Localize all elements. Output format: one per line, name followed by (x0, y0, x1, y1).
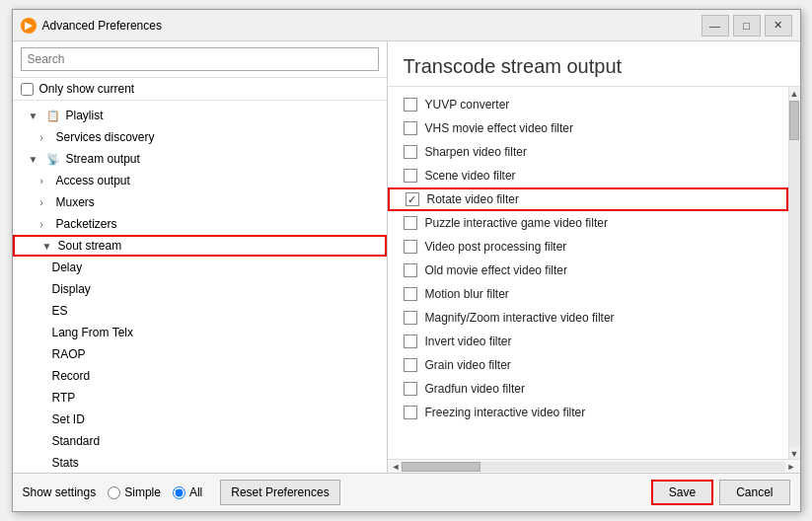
tree-item-standard[interactable]: Standard (13, 430, 387, 452)
scroll-up-arrow[interactable]: ▲ (790, 89, 799, 99)
radio-simple-label: Simple (124, 485, 161, 499)
cancel-button[interactable]: Cancel (719, 480, 789, 505)
tree-item-stream-output[interactable]: ▼ 📡 Stream output (13, 148, 387, 170)
search-input[interactable] (21, 47, 379, 71)
tree-item-sout-stream[interactable]: ▼ Sout stream (13, 235, 387, 257)
checkbox-freezing[interactable] (404, 406, 417, 419)
radio-all-input[interactable] (173, 486, 185, 499)
checkbox-old-movie[interactable] (404, 263, 417, 277)
option-row-old-movie[interactable]: Old movie effect video filter (388, 259, 788, 282)
close-button[interactable]: ✕ (765, 15, 792, 37)
tree-item-playlist[interactable]: ▼ 📋 Playlist (13, 105, 387, 126)
tree-label-sout: Sout stream (58, 239, 122, 253)
reset-preferences-button[interactable]: Reset Preferences (220, 480, 339, 505)
option-row-rotate[interactable]: Rotate video filter (388, 187, 788, 211)
tree-item-packetizers[interactable]: › Packetizers (13, 213, 387, 235)
right-scrollbar[interactable]: ▲ ▼ (788, 87, 800, 459)
tree-label-raop: RAOP (52, 347, 86, 361)
radio-group: Simple All (108, 485, 202, 499)
tree-item-raop[interactable]: RAOP (13, 343, 387, 365)
tree-item-lang-from-telx[interactable]: Lang From Telx (13, 322, 387, 343)
checkbox-vpp[interactable] (404, 240, 417, 254)
window-controls: — □ ✕ (701, 15, 792, 37)
save-button[interactable]: Save (651, 480, 713, 505)
option-row-gradfun[interactable]: Gradfun video filter (388, 377, 788, 401)
title-bar: ▶ Advanced Preferences — □ ✕ (13, 10, 800, 41)
tree-item-record[interactable]: Record (13, 365, 387, 387)
tree-item-es[interactable]: ES (13, 300, 387, 322)
scroll-left-arrow[interactable]: ◄ (392, 462, 401, 472)
option-label-vhs: VHS movie effect video filter (425, 121, 574, 135)
expand-icon-stream: ▼ (29, 154, 44, 165)
tree-item-rtp[interactable]: RTP (13, 387, 387, 409)
show-settings-group: Show settings Simple All Reset Preferenc… (23, 480, 340, 505)
option-row-magnify[interactable]: Magnify/Zoom interactive video filter (388, 306, 788, 330)
option-row-invert[interactable]: Invert video filter (388, 330, 788, 353)
checkbox-grain[interactable] (404, 358, 417, 372)
expand-icon-access: › (40, 176, 56, 186)
option-label-freezing: Freezing interactive video filter (425, 406, 586, 419)
option-row-freezing[interactable]: Freezing interactive video filter (388, 401, 788, 424)
tree-item-stats[interactable]: Stats (13, 452, 387, 473)
only-show-current-checkbox[interactable] (21, 83, 34, 96)
radio-all[interactable]: All (173, 485, 202, 499)
tree-area[interactable]: ▼ 📋 Playlist › Services discovery ▼ 📡 St… (13, 101, 387, 473)
tree-item-display[interactable]: Display (13, 278, 387, 300)
scroll-right-arrow[interactable]: ► (787, 462, 796, 472)
option-label-sharpen: Sharpen video filter (425, 145, 527, 159)
option-row-sharpen[interactable]: Sharpen video filter (388, 140, 788, 164)
option-row-vhs[interactable]: VHS movie effect video filter (388, 116, 788, 140)
option-label-gradfun: Gradfun video filter (425, 382, 525, 396)
options-area: YUVP converter VHS movie effect video fi… (388, 87, 788, 459)
option-label-yuvp: YUVP converter (425, 98, 510, 112)
scroll-down-arrow[interactable]: ▼ (790, 449, 799, 459)
checkbox-magnify[interactable] (404, 311, 417, 325)
right-buttons: Save Cancel (651, 480, 790, 505)
radio-all-label: All (189, 485, 202, 499)
minimize-button[interactable]: — (701, 15, 729, 37)
checkbox-puzzle[interactable] (404, 216, 417, 230)
option-row-vpp[interactable]: Video post processing filter (388, 235, 788, 259)
tree-item-muxers[interactable]: › Muxers (13, 191, 387, 213)
option-row-yuvp[interactable]: YUVP converter (388, 93, 788, 116)
maximize-button[interactable]: □ (733, 15, 761, 37)
option-label-grain: Grain video filter (425, 358, 511, 372)
scroll-thumb[interactable] (789, 101, 799, 140)
checkbox-rotate[interactable] (406, 192, 419, 206)
horizontal-scrollbar[interactable]: ◄ ► (388, 459, 800, 473)
left-panel: Only show current ▼ 📋 Playlist › Service… (13, 41, 388, 473)
main-window: ▶ Advanced Preferences — □ ✕ Only show c… (12, 9, 801, 512)
option-row-scene[interactable]: Scene video filter (388, 164, 788, 187)
checkbox-invert[interactable] (404, 335, 417, 348)
checkbox-motion-blur[interactable] (404, 287, 417, 301)
tree-item-services-discovery[interactable]: › Services discovery (13, 126, 387, 148)
checkbox-vhs[interactable] (404, 121, 417, 135)
checkbox-yuvp[interactable] (404, 98, 417, 112)
option-row-puzzle[interactable]: Puzzle interactive game video filter (388, 211, 788, 235)
radio-simple-input[interactable] (108, 486, 120, 499)
option-label-old-movie: Old movie effect video filter (425, 263, 568, 277)
tree-item-set-id[interactable]: Set ID (13, 409, 387, 430)
checkbox-scene[interactable] (404, 169, 417, 183)
checkbox-gradfun[interactable] (404, 382, 417, 396)
tree-label-es: ES (52, 304, 68, 318)
option-row-motion-blur[interactable]: Motion blur filter (388, 282, 788, 306)
option-label-vpp: Video post processing filter (425, 240, 567, 254)
tree-label-delay: Delay (52, 260, 83, 274)
option-row-grain[interactable]: Grain video filter (388, 353, 788, 377)
radio-simple[interactable]: Simple (108, 485, 161, 499)
option-label-motion-blur: Motion blur filter (425, 287, 509, 301)
expand-icon-packetizers: › (40, 219, 56, 230)
tree-item-access-output[interactable]: › Access output (13, 170, 387, 191)
h-scroll-thumb[interactable] (402, 462, 480, 472)
checkbox-sharpen[interactable] (404, 145, 417, 159)
tree-label-set-id: Set ID (52, 412, 85, 426)
right-panel: Transcode stream output YUVP converter V… (388, 41, 800, 473)
tree-label-rtp: RTP (52, 391, 76, 405)
bottom-bar: Show settings Simple All Reset Preferenc… (13, 473, 800, 511)
playlist-icon: 📋 (44, 108, 62, 123)
tree-label-standard: Standard (52, 434, 101, 448)
tree-label-stats: Stats (52, 456, 79, 470)
option-label-scene: Scene video filter (425, 169, 516, 183)
tree-item-delay[interactable]: Delay (13, 257, 387, 278)
